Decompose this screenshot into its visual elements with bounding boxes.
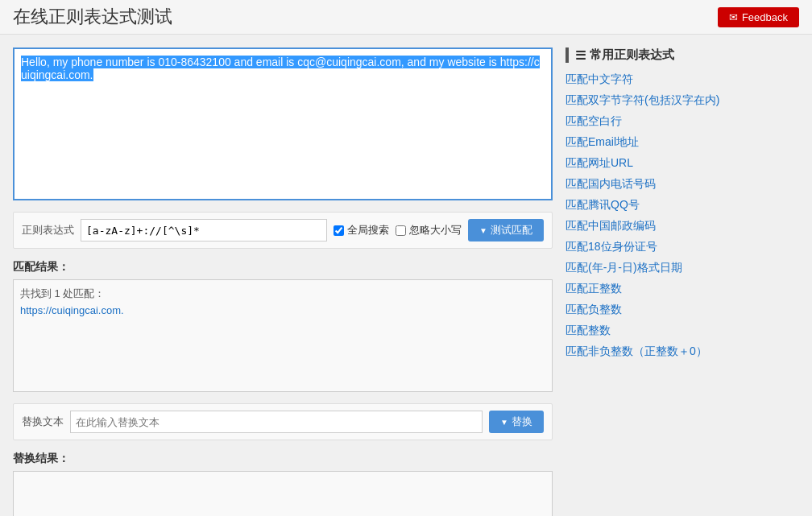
global-search-label[interactable]: 全局搜索 (334, 223, 389, 237)
sidebar-link[interactable]: 匹配Email地址 (566, 135, 639, 148)
replace-label: 替换文本 (22, 415, 64, 429)
right-panel: ☰ 常用正则表达式 匹配中文字符匹配双字节字符(包括汉字在内)匹配空白行匹配Em… (566, 47, 799, 516)
sidebar-item[interactable]: 匹配非负整数（正整数＋0） (566, 345, 799, 359)
sidebar-link[interactable]: 匹配网址URL (566, 156, 633, 169)
sidebar-links: 匹配中文字符匹配双字节字符(包括汉字在内)匹配空白行匹配Email地址匹配网址U… (566, 72, 799, 359)
sidebar-link[interactable]: 匹配空白行 (566, 114, 622, 127)
sidebar-link[interactable]: 匹配负整数 (566, 303, 622, 316)
regex-input[interactable] (81, 219, 327, 241)
sidebar-item[interactable]: 匹配整数 (566, 324, 799, 338)
sidebar-item[interactable]: 匹配中文字符 (566, 72, 799, 87)
ignore-case-label[interactable]: 忽略大小写 (396, 223, 462, 237)
sidebar-item[interactable]: 匹配正整数 (566, 282, 799, 296)
sidebar-link[interactable]: 匹配整数 (566, 324, 611, 336)
test-input-area[interactable]: Hello, my phone number is 010-86432100 a… (13, 47, 553, 200)
match-count: 共找到 1 处匹配： (20, 287, 545, 301)
sidebar-link[interactable]: 匹配正整数 (566, 282, 622, 295)
sidebar-link[interactable]: 匹配双字节字符(包括汉字在内) (566, 93, 719, 106)
replace-result-title: 替换结果： (13, 452, 553, 466)
sidebar-section-title: ☰ 常用正则表达式 (566, 47, 799, 63)
sidebar-item[interactable]: 匹配(年-月-日)格式日期 (566, 261, 799, 275)
match-result-link[interactable]: https://cuiqingcai.com. (20, 304, 124, 316)
top-bar: 在线正则表达式测试 Feedback (0, 0, 812, 35)
sidebar-item[interactable]: 匹配18位身份证号 (566, 240, 799, 254)
sidebar-link[interactable]: 匹配中文字符 (566, 72, 633, 85)
replace-row: 替换文本 替换 (13, 403, 553, 440)
regex-row: 正则表达式 全局搜索 忽略大小写 测试匹配 (13, 212, 553, 249)
match-result-title: 匹配结果： (13, 260, 553, 275)
sidebar-link[interactable]: 匹配非负整数（正整数＋0） (566, 345, 707, 357)
sidebar-item[interactable]: 匹配腾讯QQ号 (566, 198, 799, 213)
sidebar-link[interactable]: 匹配腾讯QQ号 (566, 198, 640, 211)
sidebar-link[interactable]: 匹配中国邮政编码 (566, 219, 656, 232)
replace-button[interactable]: 替换 (489, 411, 544, 433)
match-button[interactable]: 测试匹配 (468, 219, 544, 241)
sidebar-item[interactable]: 匹配中国邮政编码 (566, 219, 799, 233)
replace-result-box (13, 471, 553, 516)
sidebar-item[interactable]: 匹配国内电话号码 (566, 177, 799, 192)
ignore-case-checkbox[interactable] (396, 225, 406, 236)
regex-label: 正则表达式 (22, 223, 74, 237)
sidebar-item[interactable]: 匹配Email地址 (566, 135, 799, 150)
sidebar-item[interactable]: 匹配负整数 (566, 303, 799, 317)
sidebar-link[interactable]: 匹配18位身份证号 (566, 240, 657, 253)
page-title: 在线正则表达式测试 (13, 5, 172, 29)
sidebar-link[interactable]: 匹配(年-月-日)格式日期 (566, 261, 682, 274)
replace-input[interactable] (70, 411, 483, 433)
match-result-box: 共找到 1 处匹配： https://cuiqingcai.com. (13, 279, 553, 392)
left-panel: Hello, my phone number is 010-86432100 a… (13, 47, 553, 516)
sidebar-item[interactable]: 匹配空白行 (566, 114, 799, 129)
sidebar-link[interactable]: 匹配国内电话号码 (566, 177, 656, 190)
feedback-button[interactable]: Feedback (718, 7, 799, 27)
sidebar-item[interactable]: 匹配双字节字符(包括汉字在内) (566, 93, 799, 108)
highlighted-text: Hello, my phone number is 010-86432100 a… (21, 56, 540, 81)
global-search-checkbox[interactable] (334, 225, 344, 236)
sidebar-item[interactable]: 匹配网址URL (566, 156, 799, 171)
